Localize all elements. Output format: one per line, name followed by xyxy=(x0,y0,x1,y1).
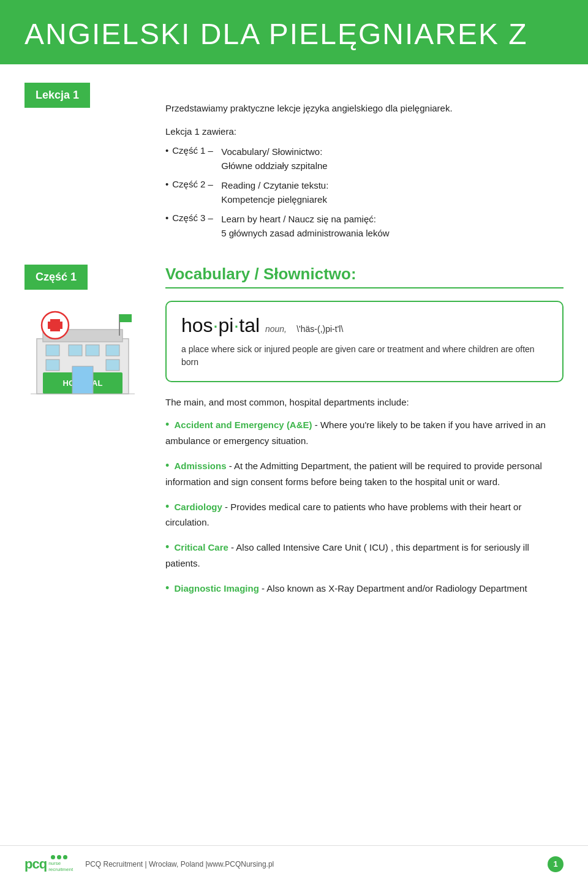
dept-item: • Accident and Emergency (A&E) - Where y… xyxy=(165,416,564,448)
vocab-label-col: Część 1 HOSPITAL xyxy=(24,265,147,414)
dictionary-box: hos·pi·tal noun, \'häs-(,)pi-t'l\ a plac… xyxy=(165,301,564,382)
svg-rect-4 xyxy=(46,345,59,356)
vocab-heading: Vocabulary / Słownictwo: xyxy=(165,265,564,288)
page-title: ANGIELSKI DLA PIELĘGNIAREK Z xyxy=(24,17,564,51)
bullet-icon: • xyxy=(165,179,168,189)
svg-rect-7 xyxy=(106,360,119,371)
lesson-list: • Część 1 – Vocabulary/ Słowinictwo: Głó… xyxy=(165,145,564,240)
part-label: Część 3 – xyxy=(172,213,221,223)
page-header: ANGIELSKI DLA PIELĘGNIAREK Z xyxy=(0,0,588,64)
footer-info: PCQ Recruitment | Wrocław, Poland |www.P… xyxy=(85,860,548,869)
dict-pronunciation: \'häs-(,)pi-t'l\ xyxy=(296,324,343,334)
lesson-intro: Przedstawiamy praktyczne lekcje języka a… xyxy=(165,101,564,139)
dept-bullet-icon: • xyxy=(165,500,169,513)
footer-logo: pcq nurserecruitment xyxy=(24,855,73,872)
part-content: Vocabulary/ Słowinictwo: Główne oddziały… xyxy=(221,145,327,173)
lesson-contains: Lekcja 1 zawiera: xyxy=(165,124,564,139)
dict-word: hos·pi·tal xyxy=(181,314,265,336)
list-item: • Część 1 – Vocabulary/ Słowinictwo: Głó… xyxy=(165,145,564,173)
pcq-dot xyxy=(57,855,61,859)
pcq-dot xyxy=(51,855,55,859)
vocab-row: Część 1 HOSPITAL xyxy=(24,265,564,606)
lesson-content: Przedstawiamy praktyczne lekcje języka a… xyxy=(165,83,564,246)
dict-word-line: hos·pi·tal noun, \'häs-(,)pi-t'l\ xyxy=(181,314,548,337)
dept-item: • Diagnostic Imaging - Also known as X-R… xyxy=(165,579,564,597)
dept-bullet-icon: • xyxy=(165,541,169,553)
svg-rect-6 xyxy=(106,345,119,356)
dept-bullet-icon: • xyxy=(165,582,169,594)
vocab-content: Vocabulary / Słownictwo: hos·pi·tal noun… xyxy=(165,265,564,606)
dept-name: Admissions xyxy=(174,461,226,471)
list-item: • Część 2 – Reading / Czytanie tekstu: K… xyxy=(165,179,564,206)
pcq-dot xyxy=(63,855,67,859)
page-footer: pcq nurserecruitment PCQ Recruitment | W… xyxy=(0,845,588,882)
svg-rect-5 xyxy=(46,360,59,371)
main-content: Lekcja 1 Przedstawiamy praktyczne lekcje… xyxy=(0,83,588,630)
dict-type: noun, xyxy=(265,324,287,334)
part-content: Learn by heart / Naucz się na pamięć: 5 … xyxy=(221,213,389,240)
hospital-image-area: HOSPITAL xyxy=(24,302,147,402)
dept-name: Critical Care xyxy=(174,542,228,552)
dept-item: • Critical Care - Also called Intensive … xyxy=(165,538,564,571)
pcq-logo-text: pcq xyxy=(24,856,47,872)
dept-name: Cardiology xyxy=(174,502,222,512)
svg-rect-8 xyxy=(69,345,82,356)
dept-description: - Also known as X-Ray Department and/or … xyxy=(262,583,527,594)
bullet-icon: • xyxy=(165,213,168,223)
pcq-subtext: nurserecruitment xyxy=(48,861,73,872)
dept-item: • Cardiology - Provides medical care to … xyxy=(165,498,564,530)
list-item: • Część 3 – Learn by heart / Naucz się n… xyxy=(165,213,564,240)
lesson-intro-text: Przedstawiamy praktyczne lekcje języka a… xyxy=(165,101,564,116)
footer-page-number: 1 xyxy=(548,856,564,872)
part-content: Reading / Czytanie tekstu: Kompetencje p… xyxy=(221,179,328,206)
lesson-row: Lekcja 1 Przedstawiamy praktyczne lekcje… xyxy=(24,83,564,246)
dept-intro: The main, and most common, hospital depa… xyxy=(165,397,564,407)
vocab-label: Część 1 xyxy=(24,265,88,290)
part-label: Część 1 – xyxy=(172,145,221,156)
dept-name: Diagnostic Imaging xyxy=(174,583,258,594)
pcq-dots xyxy=(51,855,73,859)
svg-rect-10 xyxy=(72,366,93,394)
hospital-illustration: HOSPITAL xyxy=(24,302,141,400)
dept-item: • Admissions - At the Admitting Departme… xyxy=(165,457,564,489)
svg-rect-13 xyxy=(48,322,62,329)
svg-rect-15 xyxy=(119,314,132,322)
dept-bullet-icon: • xyxy=(165,459,169,472)
part-label: Część 2 – xyxy=(172,179,221,189)
lesson-label-col: Lekcja 1 xyxy=(24,83,147,108)
bullet-icon: • xyxy=(165,145,168,156)
lesson-label: Lekcja 1 xyxy=(24,83,90,108)
dict-definition: a place where sick or injured people are… xyxy=(181,343,548,369)
dept-bullet-icon: • xyxy=(165,418,169,431)
svg-rect-9 xyxy=(86,345,99,356)
dept-name: Accident and Emergency (A&E) xyxy=(174,420,312,430)
